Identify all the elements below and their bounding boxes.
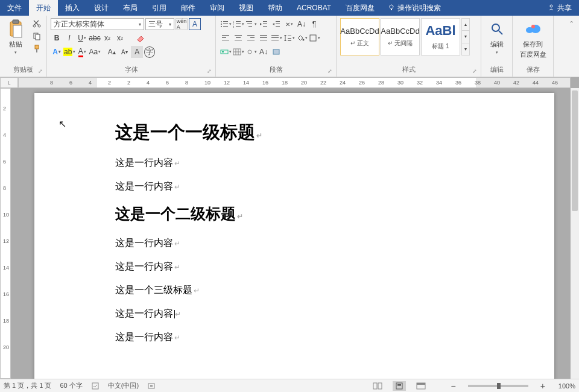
document-content[interactable]: 这是一个一级标题↵ 这是一行内容↵ 这是一行内容↵ 这是一个二级标题↵ 这是一行… bbox=[115, 121, 554, 344]
font-size-combo[interactable]: 三号▾ bbox=[145, 18, 174, 30]
shrink-font-button[interactable]: A▾ bbox=[118, 46, 130, 58]
language-indicator[interactable]: 中文(中国) bbox=[108, 381, 139, 390]
tab-references[interactable]: 引用 bbox=[145, 0, 174, 16]
select-all-button[interactable] bbox=[270, 46, 282, 58]
clear-format-button[interactable] bbox=[134, 32, 147, 44]
clipboard-expand-icon[interactable]: ⤢ bbox=[38, 68, 43, 74]
bullets-button[interactable] bbox=[220, 18, 232, 30]
scrollbar-thumb[interactable] bbox=[572, 90, 578, 211]
sort-button[interactable]: A↓ bbox=[296, 18, 308, 30]
multilevel-button[interactable] bbox=[245, 18, 257, 30]
align-right-button[interactable] bbox=[245, 32, 257, 44]
spell-check-icon[interactable] bbox=[91, 382, 100, 390]
edit-button[interactable]: 编辑 ▾ bbox=[484, 17, 510, 57]
cut-button[interactable] bbox=[31, 18, 42, 29]
tab-acrobat[interactable]: ACROBAT bbox=[290, 0, 338, 16]
tabs-button[interactable] bbox=[220, 46, 232, 58]
style-expand[interactable]: ▾ bbox=[462, 43, 469, 55]
font-name-combo[interactable]: 方正大标宋简体▾ bbox=[51, 18, 144, 30]
style-nospacing[interactable]: AaBbCcDd↵ 无间隔 bbox=[381, 18, 420, 55]
tab-file[interactable]: 文件 bbox=[0, 0, 29, 16]
tell-me[interactable]: 操作说明搜索 bbox=[382, 3, 447, 13]
page-indicator[interactable]: 第 1 页，共 1 页 bbox=[4, 381, 51, 390]
heading-2[interactable]: 这是一个二级标题↵ bbox=[115, 204, 554, 224]
format-painter-button[interactable] bbox=[31, 43, 42, 54]
zoom-out-button[interactable]: − bbox=[451, 381, 455, 391]
vertical-scrollbar[interactable] bbox=[571, 88, 579, 379]
body-line[interactable]: 这是一行内容↵ bbox=[115, 237, 554, 250]
tab-insert[interactable]: 插入 bbox=[58, 0, 87, 16]
zoom-level[interactable]: 100% bbox=[558, 382, 575, 390]
style-heading1[interactable]: AaBl标题 1 bbox=[421, 18, 460, 55]
collapse-ribbon-button[interactable]: ⌃ bbox=[566, 18, 577, 29]
copy-button[interactable] bbox=[31, 31, 42, 42]
ruler-corner[interactable]: L bbox=[0, 77, 18, 88]
style-normal[interactable]: AaBbCcDd↵ 正文 bbox=[340, 18, 379, 55]
font-color-button[interactable]: A bbox=[76, 46, 88, 58]
underline-button[interactable]: U bbox=[76, 32, 88, 44]
italic-button[interactable]: I bbox=[63, 32, 75, 44]
word-count[interactable]: 60 个字 bbox=[60, 381, 82, 390]
change-case-button[interactable]: Aa bbox=[89, 46, 101, 58]
body-line[interactable]: 这是一行内容↵ bbox=[115, 331, 554, 344]
tab-help[interactable]: 帮助 bbox=[261, 0, 290, 16]
tab-home[interactable]: 开始 bbox=[29, 0, 58, 16]
tab-view[interactable]: 视图 bbox=[232, 0, 261, 16]
strike-button[interactable]: abc bbox=[89, 32, 101, 44]
body-line[interactable]: 这是一行内容↵ bbox=[115, 308, 554, 320]
wrap-button[interactable] bbox=[245, 46, 257, 58]
macro-icon[interactable] bbox=[147, 382, 156, 390]
char-border-button[interactable]: A bbox=[189, 18, 201, 30]
paste-button[interactable]: 粘贴 ▾ bbox=[2, 17, 29, 57]
web-layout-button[interactable] bbox=[414, 381, 428, 391]
text-effects-button[interactable]: A bbox=[51, 46, 63, 58]
align-justify-button[interactable] bbox=[258, 32, 270, 44]
tab-mail[interactable]: 邮件 bbox=[174, 0, 203, 16]
heading-3[interactable]: 这是一个三级标题↵ bbox=[115, 284, 554, 297]
horizontal-ruler[interactable]: 8642246810121416182022242628303234363840… bbox=[18, 77, 571, 88]
numbering-button[interactable]: 123 bbox=[232, 18, 244, 30]
snap-button[interactable] bbox=[232, 46, 244, 58]
shading-button[interactable] bbox=[296, 32, 308, 44]
highlight-button[interactable]: ab bbox=[63, 46, 75, 58]
zoom-in-button[interactable]: + bbox=[540, 381, 545, 391]
share-button[interactable]: 共享 bbox=[540, 3, 579, 13]
show-marks-button[interactable]: ¶ bbox=[308, 18, 320, 30]
asian-layout-button[interactable]: ✕ bbox=[283, 18, 295, 30]
line-spacing-button[interactable] bbox=[283, 32, 295, 44]
grow-font-button[interactable]: A▴ bbox=[106, 46, 118, 58]
superscript-button[interactable]: x2 bbox=[114, 32, 126, 44]
char-shading-button[interactable]: A bbox=[131, 46, 143, 58]
tab-design[interactable]: 设计 bbox=[87, 0, 116, 16]
paragraph-expand-icon[interactable]: ⤢ bbox=[327, 68, 332, 74]
body-line[interactable]: 这是一行内容↵ bbox=[115, 157, 554, 169]
tab-layout[interactable]: 布局 bbox=[116, 0, 145, 16]
style-scroll-up[interactable]: ▴ bbox=[462, 19, 469, 31]
phonetic-guide-button[interactable]: wénA bbox=[176, 18, 188, 30]
styles-expand-icon[interactable]: ⤢ bbox=[472, 68, 477, 74]
style-scroll-down[interactable]: ▾ bbox=[462, 31, 469, 43]
page[interactable]: ↖ 这是一个一级标题↵ 这是一行内容↵ 这是一行内容↵ 这是一个二级标题↵ 这是… bbox=[34, 93, 554, 379]
zoom-slider-thumb[interactable] bbox=[497, 383, 501, 389]
font-expand-icon[interactable]: ⤢ bbox=[207, 68, 212, 74]
align-left-button[interactable] bbox=[220, 32, 232, 44]
tab-review[interactable]: 审阅 bbox=[203, 0, 232, 16]
align-distribute-button[interactable] bbox=[270, 32, 282, 44]
save-baidu-button[interactable]: 保存到 百度网盘 bbox=[516, 17, 550, 62]
dec-indent-button[interactable] bbox=[258, 18, 270, 30]
borders-button[interactable] bbox=[308, 32, 320, 44]
sort-az-button[interactable]: A↓ bbox=[258, 46, 270, 58]
inc-indent-button[interactable] bbox=[270, 18, 282, 30]
tab-baidu[interactable]: 百度网盘 bbox=[338, 0, 382, 16]
read-mode-button[interactable] bbox=[371, 381, 384, 391]
vertical-ruler[interactable]: 2468101214161820 bbox=[0, 88, 11, 379]
heading-1[interactable]: 这是一个一级标题↵ bbox=[115, 121, 554, 145]
zoom-slider[interactable] bbox=[468, 385, 528, 387]
enclose-char-button[interactable]: 字 bbox=[144, 46, 156, 58]
bold-button[interactable]: B bbox=[51, 32, 63, 44]
print-layout-button[interactable] bbox=[393, 381, 406, 391]
body-line[interactable]: 这是一行内容↵ bbox=[115, 261, 554, 273]
align-center-button[interactable] bbox=[232, 32, 244, 44]
subscript-button[interactable]: x2 bbox=[101, 32, 113, 44]
body-line[interactable]: 这是一行内容↵ bbox=[115, 180, 554, 193]
